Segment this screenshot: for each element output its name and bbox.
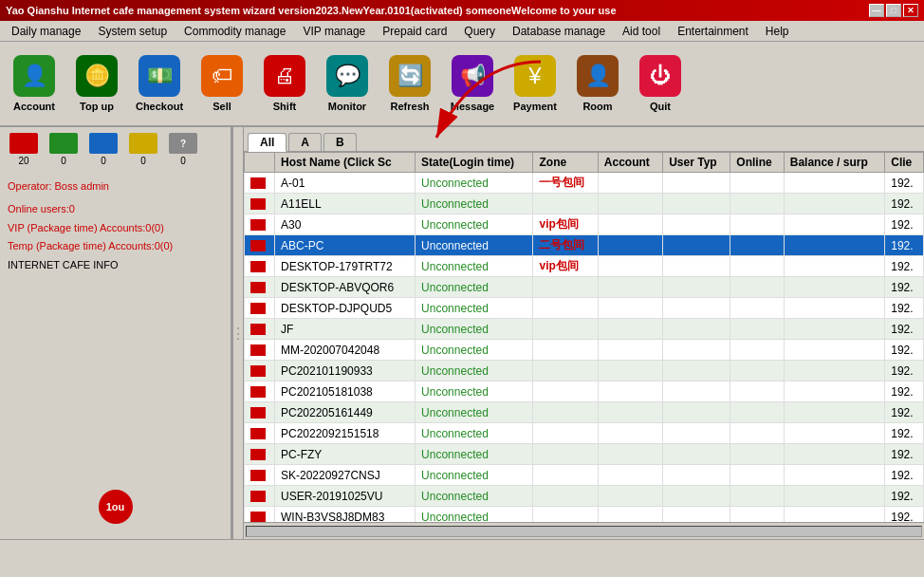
table-row[interactable]: DESKTOP-179TRT72Unconnectedvip包间192. [245,256,924,277]
table-row[interactable]: PC-FZYUnconnected192. [245,444,924,465]
resize-handle[interactable]: ⋮ [232,127,244,539]
table-row[interactable]: MM-202007042048Unconnected192. [245,340,924,361]
topup-icon: 🪙 [76,55,118,97]
table-row[interactable]: PC202105181038Unconnected192. [245,382,924,402]
checkout-button[interactable]: 💵Checkout [131,46,188,121]
table-row[interactable]: SK-20220927CNSJUnconnected192. [245,465,924,486]
maximize-button[interactable]: □ [886,4,901,17]
shift-button[interactable]: 🖨Shift [256,46,313,121]
row-usertype [663,194,730,214]
account-button[interactable]: 👤Account [6,46,63,121]
row-online [730,256,784,277]
row-state: Unconnected [416,173,533,194]
menu-item-database-manage[interactable]: Database manage [505,23,613,40]
menu-item-entertainment[interactable]: Entertainment [670,23,756,40]
row-state: Unconnected [416,214,533,235]
menu-item-prepaid-card[interactable]: Prepaid card [375,23,454,40]
monitor-button[interactable]: 💬Monitor [319,46,376,121]
monitor-row-icon [250,365,266,377]
row-balance [784,382,884,402]
row-state: Unconnected [416,340,533,361]
table-row[interactable]: PC202205161449Unconnected192. [245,402,924,423]
col-host-name-click-sc[interactable]: Host Name (Click Sc [275,153,416,173]
quit-button[interactable]: ⏻Quit [632,46,689,121]
minimize-button[interactable]: — [869,4,884,17]
col-online[interactable]: Online [730,153,784,173]
table-row[interactable]: PC2022092151518Unconnected192. [245,423,924,444]
hscroll-track[interactable] [246,526,922,537]
sell-icon: 🏷 [201,55,243,97]
menu-item-vip-manage[interactable]: VIP manage [295,23,373,40]
row-icon-cell [245,319,275,340]
table-row[interactable]: WIN-B3VS8J8DM83Unconnected192. [245,507,924,523]
col-account[interactable]: Account [598,153,662,173]
table-row[interactable]: DESKTOP-ABVQOR6Unconnected192. [245,277,924,298]
table-row[interactable]: A-01Unconnected一号包间192. [245,173,924,194]
close-button[interactable]: ✕ [903,4,918,17]
table-row[interactable]: USER-20191025VUUnconnected192. [245,486,924,507]
row-balance [784,361,884,382]
menu-item-system-setup[interactable]: System setup [90,23,175,40]
refresh-label: Refresh [391,101,430,112]
row-balance [784,319,884,340]
row-icon-cell [245,277,275,298]
vip-label: VIP (Package time) Accounts:0(0) [8,219,223,238]
statusbar-text [6,544,9,555]
table-row[interactable]: A30Unconnectedvip包间192. [245,214,924,235]
col-clie[interactable]: Clie [885,153,924,173]
col-balance--surp[interactable]: Balance / surp [784,153,884,173]
menu-item-help[interactable]: Help [758,23,797,40]
table-row[interactable]: JFUnconnected192. [245,319,924,340]
refresh-button[interactable]: 🔄Refresh [381,46,438,121]
row-account [598,402,662,423]
menu-item-commodity-manage[interactable]: Commodity manage [176,23,293,40]
row-online [730,340,784,361]
table-header: Host Name (Click ScState(Login time)Zone… [245,153,924,173]
payment-button[interactable]: ¥Payment [507,46,564,121]
topup-button[interactable]: 🪙Top up [68,46,125,121]
col-statelogin-time[interactable]: State(Login time) [416,153,533,173]
table-row[interactable]: DESKTOP-DJPQUD5Unconnected192. [245,298,924,319]
row-account [598,507,662,523]
row-online [730,214,784,235]
row-zone [533,277,598,298]
row-zone [533,507,598,523]
col-zone[interactable]: Zone [533,153,598,173]
sell-button[interactable]: 🏷Sell [194,46,250,121]
checkout-icon: 💵 [139,55,180,97]
data-table[interactable]: Host Name (Click ScState(Login time)Zone… [244,152,924,522]
row-client: 192. [885,319,924,340]
row-usertype [663,277,730,298]
row-hostname: PC202101190933 [275,361,416,382]
online-label: Online users:0 [8,200,223,219]
col-user-typ[interactable]: User Typ [663,153,730,173]
monitor-count-4: 0 [180,156,186,166]
tab-b[interactable]: B [323,133,357,151]
row-balance [784,423,884,444]
table-row[interactable]: ABC-PCUnconnected二号包间192. [245,235,924,256]
row-account [598,486,662,507]
monitor-screen-2 [89,133,118,154]
room-label: Room [582,101,612,112]
row-balance [784,298,884,319]
row-icon-cell [245,340,275,361]
monitor-row-icon [250,303,266,314]
row-icon-cell [245,423,275,444]
hscroll[interactable] [244,522,924,539]
row-online [730,423,784,444]
message-button[interactable]: 📢Message [444,46,501,121]
row-icon-cell [245,298,275,319]
row-icon-cell [245,173,275,194]
menu-item-query[interactable]: Query [456,23,503,40]
tab-all[interactable]: All [248,133,286,152]
menu-item-daily-manage[interactable]: Daily manage [4,23,88,40]
tab-a[interactable]: A [288,133,322,151]
title-text: Yao Qianshu Internet cafe management sys… [6,5,617,16]
menu-item-aid-tool[interactable]: Aid tool [615,23,668,40]
room-button[interactable]: 👤Room [569,46,626,121]
row-state: Unconnected [416,235,533,256]
row-hostname: MM-202007042048 [275,340,416,361]
table-row[interactable]: PC202101190933Unconnected192. [245,361,924,382]
row-usertype [663,486,730,507]
table-row[interactable]: A11ELLUnconnected192. [245,194,924,214]
